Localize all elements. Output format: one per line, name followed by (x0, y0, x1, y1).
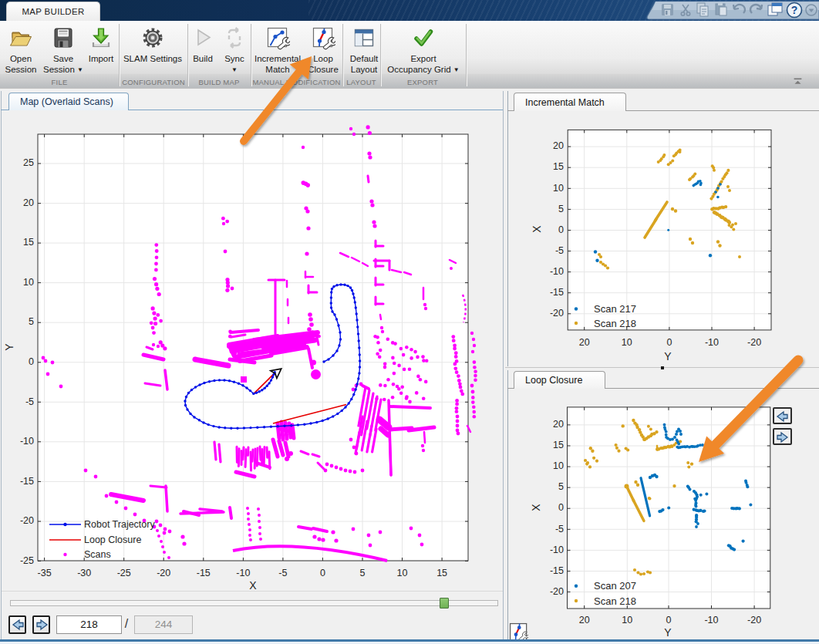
svg-text:X: X (530, 504, 542, 511)
svg-text:0: 0 (558, 224, 564, 235)
svg-text:-10: -10 (550, 266, 564, 277)
svg-text:Y: Y (664, 626, 672, 639)
svg-text:25: 25 (23, 157, 34, 168)
svg-text:-15: -15 (197, 568, 211, 578)
svg-text:-25: -25 (20, 555, 34, 566)
svg-text:X: X (249, 579, 257, 592)
svg-text:20: 20 (579, 615, 590, 625)
svg-text:-25: -25 (117, 568, 131, 578)
svg-text:-35: -35 (38, 568, 52, 578)
svg-text:-20: -20 (20, 515, 34, 526)
svg-text:X: X (531, 225, 543, 233)
svg-text:-20: -20 (747, 615, 761, 625)
svg-text:20: 20 (553, 140, 564, 151)
svg-text:10: 10 (553, 183, 564, 194)
svg-text:0: 0 (666, 615, 672, 625)
svg-text:-20: -20 (550, 308, 564, 319)
svg-text:?: ? (791, 4, 798, 16)
svg-text:5: 5 (558, 204, 564, 214)
svg-text:-5: -5 (25, 396, 34, 407)
svg-text:0: 0 (320, 568, 325, 578)
svg-text:10: 10 (622, 615, 632, 625)
svg-text:Scan 218: Scan 218 (594, 595, 636, 607)
svg-text:20: 20 (23, 197, 34, 208)
svg-text:10: 10 (622, 337, 632, 348)
svg-text:5: 5 (29, 316, 34, 327)
svg-text:Y: Y (3, 343, 15, 351)
svg-text:Y: Y (664, 350, 672, 362)
svg-text:0: 0 (29, 356, 34, 367)
svg-text:-15: -15 (550, 565, 564, 576)
svg-text:-30: -30 (77, 568, 91, 578)
svg-text:Loop Closure: Loop Closure (84, 534, 141, 545)
svg-text:15: 15 (436, 568, 447, 578)
svg-text:Scan 207: Scan 207 (594, 580, 636, 592)
svg-text:-15: -15 (550, 287, 564, 298)
svg-text:-5: -5 (278, 568, 287, 578)
svg-text:Scan 218: Scan 218 (594, 318, 636, 329)
svg-text:-5: -5 (555, 524, 564, 534)
svg-text:0: 0 (666, 337, 672, 348)
svg-text:-10: -10 (550, 545, 564, 555)
svg-text:-15: -15 (20, 476, 34, 487)
svg-text:-10: -10 (704, 615, 718, 625)
svg-text:-10: -10 (705, 337, 719, 348)
svg-text:-5: -5 (555, 245, 564, 256)
svg-text:Scans: Scans (84, 549, 111, 560)
svg-text:10: 10 (553, 460, 564, 471)
svg-text:Scan 217: Scan 217 (594, 303, 636, 315)
svg-text:0: 0 (558, 502, 564, 513)
svg-text:Robot Trajectory: Robot Trajectory (84, 519, 155, 530)
svg-text:20: 20 (553, 419, 564, 430)
svg-text:15: 15 (23, 237, 34, 248)
svg-text:-10: -10 (236, 568, 250, 578)
svg-text:-20: -20 (157, 568, 170, 578)
svg-text:15: 15 (553, 161, 564, 172)
svg-text:-20: -20 (747, 337, 761, 348)
svg-text:10: 10 (397, 568, 408, 578)
svg-text:-20: -20 (550, 586, 564, 597)
svg-text:10: 10 (23, 277, 34, 288)
svg-text:5: 5 (360, 568, 366, 578)
svg-text:5: 5 (558, 481, 564, 492)
svg-text:20: 20 (579, 337, 590, 348)
svg-text:15: 15 (553, 440, 564, 450)
svg-text:-10: -10 (20, 436, 34, 447)
